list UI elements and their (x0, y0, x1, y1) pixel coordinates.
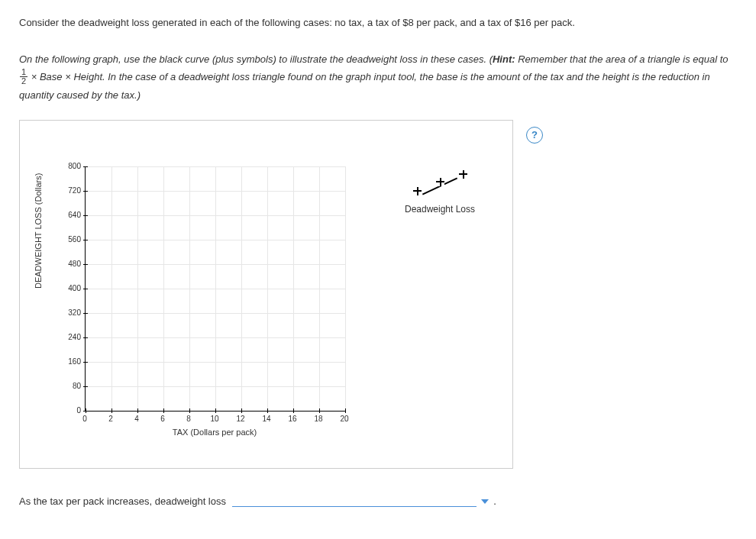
xtick-2: 2 (103, 415, 118, 423)
plus-icon[interactable] (459, 170, 467, 179)
conclusion-suffix: . (491, 495, 496, 507)
times-2: × (63, 71, 74, 82)
xtick-20: 20 (337, 415, 352, 423)
ytick-480: 480 (58, 260, 81, 268)
xtick-6: 6 (155, 415, 170, 423)
answer-blank[interactable] (232, 495, 477, 507)
xtick-16: 16 (285, 415, 300, 423)
plus-icon[interactable] (436, 178, 444, 186)
ytick-400: 400 (58, 284, 81, 292)
instr-part1: On the following graph, use the black cu… (19, 53, 493, 65)
plus-icon[interactable] (413, 187, 422, 195)
times-1: × (28, 71, 40, 82)
xtick-18: 18 (311, 415, 326, 423)
fraction: 12 (20, 68, 27, 86)
ytick-640: 640 (58, 211, 81, 219)
xtick-12: 12 (233, 415, 248, 423)
help-button[interactable]: ? (526, 127, 543, 144)
ytick-560: 560 (58, 235, 81, 244)
xtick-14: 14 (259, 415, 274, 423)
xtick-0: 0 (77, 415, 92, 423)
conclusion-prefix: As the tax per pack increases, deadweigh… (19, 495, 229, 507)
ytick-0: 0 (58, 406, 81, 415)
legend[interactable]: Deadweight Loss (386, 170, 493, 215)
height-term: Height (73, 71, 102, 82)
ytick-320: 320 (58, 308, 81, 317)
graph-area[interactable]: DEADWEIGHT LOSS (Dollars) TAX (Dollars p… (20, 128, 512, 449)
instructions-paragraph: On the following graph, use the black cu… (19, 50, 737, 105)
instr-part2: Remember that the area of a triangle is … (515, 53, 729, 65)
xtick-8: 8 (181, 415, 196, 423)
ytick-720: 720 (58, 186, 81, 195)
instr-part3: . In the case of a deadweight loss trian… (19, 71, 710, 101)
xtick-4: 4 (129, 415, 144, 423)
xtick-10: 10 (207, 415, 222, 423)
ytick-240: 240 (58, 333, 81, 341)
hint-label: Hint: (493, 53, 515, 65)
legend-symbol[interactable] (386, 170, 493, 201)
ytick-800: 800 (58, 162, 81, 170)
plot-grid (86, 166, 345, 411)
conclusion-sentence: As the tax per pack increases, deadweigh… (19, 495, 737, 507)
base-term: Base (40, 71, 63, 82)
plot-area[interactable] (85, 166, 345, 412)
legend-label: Deadweight Loss (386, 204, 493, 215)
y-axis-label: DEADWEIGHT LOSS (Dollars) (34, 173, 43, 288)
fraction-denominator: 2 (20, 77, 27, 86)
graph-panel: ? DEADWEIGHT LOSS (Dollars) TAX (Dollars… (19, 120, 513, 469)
ytick-80: 80 (58, 382, 81, 390)
chevron-down-icon[interactable] (481, 499, 489, 504)
ytick-160: 160 (58, 357, 81, 366)
x-axis-label: TAX (Dollars per pack) (85, 428, 344, 437)
intro-paragraph: Consider the deadweight loss generated i… (19, 15, 737, 31)
